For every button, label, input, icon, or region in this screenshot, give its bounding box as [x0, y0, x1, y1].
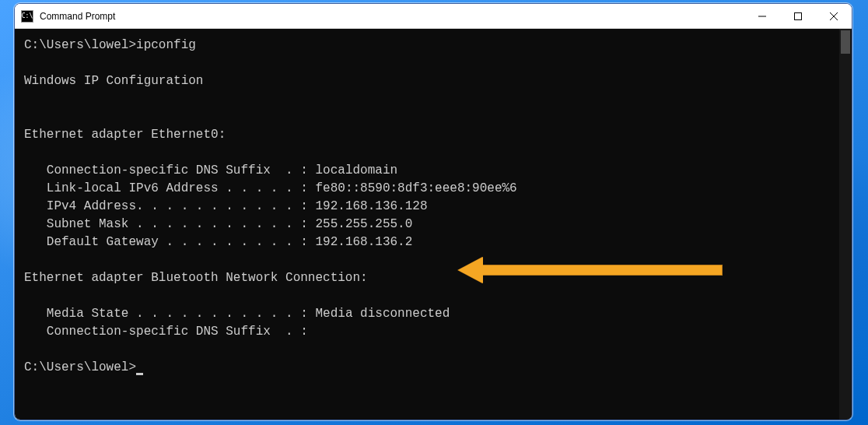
media-state-label: Media State . . . . . . . . . . . :: [24, 307, 315, 321]
ipv4-label: IPv4 Address. . . . . . . . . . . :: [24, 199, 315, 213]
arrow-head-icon: [458, 257, 483, 283]
prompt: C:\Users\lowel>: [24, 38, 136, 52]
window-controls: [744, 4, 852, 28]
close-button[interactable]: [816, 4, 852, 28]
subnet-mask-label: Subnet Mask . . . . . . . . . . . :: [24, 217, 315, 231]
minimize-button[interactable]: [744, 4, 780, 28]
gateway-value: 192.168.136.2: [315, 235, 412, 249]
adapter-name: Ethernet adapter Bluetooth Network Conne…: [24, 271, 368, 285]
output-header: Windows IP Configuration: [24, 74, 203, 88]
arrow-shaft: [481, 265, 723, 276]
svg-rect-1: [795, 12, 802, 19]
command-prompt-window: C:\ Command Prompt C:\Users\lowel>ipconf…: [14, 3, 852, 420]
cursor: [136, 373, 143, 375]
minimize-icon: [758, 12, 766, 20]
window-titlebar[interactable]: C:\ Command Prompt: [15, 4, 852, 29]
terminal-output[interactable]: C:\Users\lowel>ipconfig Windows IP Confi…: [15, 29, 852, 420]
dns-suffix-label: Connection-specific DNS Suffix . :: [24, 325, 308, 339]
close-icon: [830, 12, 838, 20]
ipv4-value: 192.168.136.128: [315, 199, 427, 213]
dns-suffix-value: localdomain: [315, 163, 397, 177]
ipv6-value: fe80::8590:8df3:eee8:90ee%6: [315, 181, 516, 195]
highlight-arrow: [458, 261, 503, 332]
scrollbar-thumb[interactable]: [841, 30, 850, 54]
maximize-icon: [794, 12, 802, 20]
maximize-button[interactable]: [780, 4, 816, 28]
ipv6-label: Link-local IPv6 Address . . . . . :: [24, 181, 315, 195]
dns-suffix-label: Connection-specific DNS Suffix . :: [24, 163, 315, 177]
media-state-value: Media disconnected: [315, 307, 450, 321]
adapter-name: Ethernet adapter Ethernet0:: [24, 128, 226, 142]
command: ipconfig: [136, 38, 196, 52]
prompt: C:\Users\lowel>: [24, 360, 136, 374]
window-title: Command Prompt: [40, 11, 744, 22]
cmd-icon: C:\: [21, 10, 33, 23]
terminal-scrollbar[interactable]: [839, 29, 852, 420]
subnet-mask-value: 255.255.255.0: [315, 217, 412, 231]
gateway-label: Default Gateway . . . . . . . . . :: [24, 235, 315, 249]
